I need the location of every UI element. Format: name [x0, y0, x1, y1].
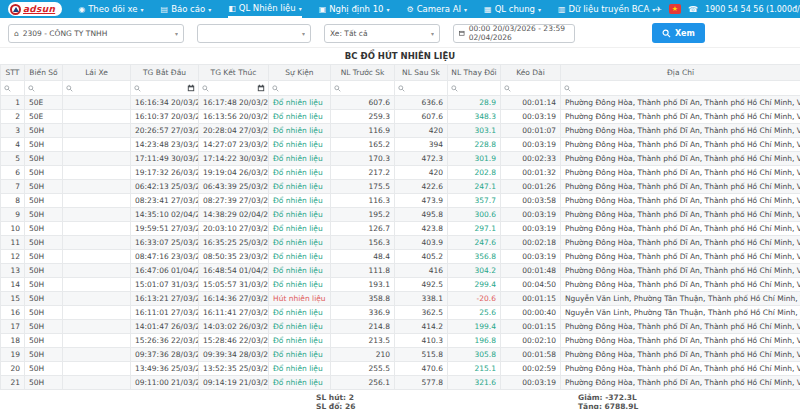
col-header-nl_thay_doi[interactable]: NL Thay Đổi: [448, 65, 501, 81]
cell-dia_chi: Phường Đông Hòa, Thành phố Dĩ An, Thành …: [561, 278, 800, 292]
cell-tg_ket_thuc: 15:28:46 22/03/2026: [199, 334, 269, 348]
cell-nl_truoc: 607.6: [331, 96, 395, 110]
column-filter-nl_thay_doi[interactable]: [448, 81, 501, 96]
cell-bien_so: 50H: [25, 362, 63, 376]
table-row[interactable]: 1150H16:33:07 25/03/202616:35:25 25/03/2…: [1, 236, 800, 250]
table-row[interactable]: 1950H09:37:36 28/03/202609:39:34 28/03/2…: [1, 348, 800, 362]
nav-item-theo-doi-xe[interactable]: ◉Theo dõi xe▾: [78, 0, 143, 18]
table-row[interactable]: 850H08:23:41 27/03/202608:27:39 27/03/20…: [1, 194, 800, 208]
cell-nl_thay_doi: 215.1: [448, 362, 501, 376]
table-row[interactable]: 350H20:26:57 27/03/202620:28:04 27/03/20…: [1, 124, 800, 138]
col-header-tg_bat_dau[interactable]: TG Bắt Đầu: [131, 65, 199, 81]
cell-tg_ket_thuc: 14:03:02 26/03/2026: [199, 320, 269, 334]
vietnam-flag-icon[interactable]: ★: [669, 4, 681, 14]
chevron-down-icon: ▾: [302, 30, 305, 37]
group-select[interactable]: ▾: [197, 24, 311, 43]
col-header-nl_sau[interactable]: NL Sau Sk: [395, 65, 448, 81]
table-row[interactable]: 1850H15:26:36 22/03/202615:28:46 22/03/2…: [1, 334, 800, 348]
column-filter-dia_chi[interactable]: [561, 81, 800, 96]
cell-su_kien: Đổ nhiên liệu: [269, 222, 331, 236]
fuel-report-table: STTBiển SốLái XeTG Bắt ĐầuTG Kết ThúcSự …: [0, 64, 800, 390]
database-icon: ▥: [558, 5, 566, 14]
cell-su_kien: Đổ nhiên liệu: [269, 250, 331, 264]
xem-button[interactable]: Xem: [652, 23, 705, 43]
cell-dia_chi: Nguyễn Văn Linh, Phường Tân Thuận, Thành…: [561, 306, 800, 320]
table-row[interactable]: 1350H16:47:06 01/04/202616:48:54 01/04/2…: [1, 264, 800, 278]
column-filter-bien_so[interactable]: [25, 81, 63, 96]
nav-item-ql-chung[interactable]: ▦QL chung▾: [484, 0, 541, 18]
table-row[interactable]: 750H06:42:13 25/03/202606:43:39 25/03/20…: [1, 180, 800, 194]
cell-nl_sau: 403.9: [395, 236, 448, 250]
cell-lai_xe: [63, 306, 131, 320]
table-row[interactable]: 450H14:23:48 23/03/202614:27:07 23/03/20…: [1, 138, 800, 152]
col-header-nl_truoc[interactable]: NL Trước Sk: [331, 65, 395, 81]
chevron-down-icon: ▾: [538, 6, 541, 13]
nav-item-bao-cao[interactable]: ▤Báo cáo▾: [161, 0, 212, 18]
col-header-lai_xe[interactable]: Lái Xe: [63, 65, 131, 81]
column-filter-su_kien[interactable]: [269, 81, 331, 96]
cell-nl_thay_doi: 304.2: [448, 264, 501, 278]
cell-nl_thay_doi: 247.6: [448, 236, 501, 250]
table-row[interactable]: 550H17:11:49 30/03/202617:14:22 30/03/20…: [1, 152, 800, 166]
col-header-bien_so[interactable]: Biển Số: [25, 65, 63, 81]
column-filter-keo_dai[interactable]: [501, 81, 561, 96]
nav-item-nghi-dinh-10[interactable]: ▣Nghị định 10▾: [319, 0, 390, 18]
cell-tg_bat_dau: 16:16:34 20/03/2026: [131, 96, 199, 110]
adsun-logo[interactable]: adsun: [8, 2, 62, 16]
table-row[interactable]: 2050H13:49:36 25/03/202613:52:35 25/03/2…: [1, 362, 800, 376]
giam-value: Giảm: -372.3L: [578, 393, 638, 402]
column-filter-tg_bat_dau[interactable]: [131, 81, 199, 96]
table-row[interactable]: 150E16:16:34 20/03/202616:17:48 20/03/20…: [1, 96, 800, 110]
company-select[interactable]: ⌂ 2309 - CÔNG TY TNHH ▾: [8, 24, 184, 43]
nav-item-label: QL chung: [495, 4, 535, 14]
table-row[interactable]: 1750H14:01:47 26/03/202614:03:02 26/03/2…: [1, 320, 800, 334]
company-select-value: 2309 - CÔNG TY TNHH: [23, 29, 108, 38]
table-row[interactable]: 1450H15:01:07 31/03/202615:05:57 31/03/2…: [1, 278, 800, 292]
cell-bien_so: 50H: [25, 320, 63, 334]
cell-lai_xe: [63, 334, 131, 348]
nav-item-ql-nhien-lieu[interactable]: ◧QL Nhiên liệu▾: [228, 0, 301, 18]
column-filter-tg_ket_thuc[interactable]: [199, 81, 269, 96]
cell-lai_xe: [63, 180, 131, 194]
cell-nl_truoc: 165.2: [331, 138, 395, 152]
table-row[interactable]: 1050H19:59:51 27/03/202620:03:10 27/03/2…: [1, 222, 800, 236]
search-icon: [202, 85, 209, 92]
chevron-down-icon: ▾: [464, 6, 467, 13]
cell-bien_so: 50H: [25, 166, 63, 180]
table-row[interactable]: 650H19:17:32 26/03/202619:19:04 26/03/20…: [1, 166, 800, 180]
cell-keo_dai: 00:03:19: [501, 138, 561, 152]
sl-hut-value: SL hút: 2: [316, 393, 355, 402]
cell-nl_sau: 472.3: [395, 152, 448, 166]
search-icon: [398, 85, 405, 92]
col-header-stt[interactable]: STT: [1, 65, 25, 81]
table-row[interactable]: 1250H08:47:16 23/03/202608:50:35 23/03/2…: [1, 250, 800, 264]
col-header-tg_ket_thuc[interactable]: TG Kết Thúc: [199, 65, 269, 81]
cell-stt: 8: [1, 194, 25, 208]
column-filter-stt[interactable]: [1, 81, 25, 96]
table-row[interactable]: 1650H16:11:01 27/03/202616:11:41 27/03/2…: [1, 306, 800, 320]
nav-item-camera-ai[interactable]: ⚙Camera AI▾: [407, 0, 468, 18]
table-row[interactable]: 1550H16:13:21 27/03/202616:14:36 27/03/2…: [1, 292, 800, 306]
cell-stt: 5: [1, 152, 25, 166]
table-row[interactable]: 950H14:35:10 02/04/202614:38:29 02/04/20…: [1, 208, 800, 222]
send-icon[interactable]: ✈: [655, 5, 662, 14]
column-filter-lai_xe[interactable]: [63, 81, 131, 96]
vehicle-select[interactable]: Xe: Tất cả ▾: [324, 24, 440, 43]
cell-nl_sau: 495.8: [395, 208, 448, 222]
date-range-input[interactable]: 00:00 20/03/2026 - 23:59 02/04/2026: [453, 24, 575, 43]
cell-bien_so: 50H: [25, 194, 63, 208]
col-header-su_kien[interactable]: Sự Kiện: [269, 65, 331, 81]
cell-nl_sau: 636.6: [395, 96, 448, 110]
col-header-keo_dai[interactable]: Kéo Dài: [501, 65, 561, 81]
col-header-dia_chi[interactable]: Địa Chỉ: [561, 65, 800, 81]
column-filter-nl_sau[interactable]: [395, 81, 448, 96]
nav-item-du-lieu-truyen-bca[interactable]: ▥Dữ liệu truyền BCA▾: [558, 0, 655, 18]
table-row[interactable]: 250E16:10:37 20/03/202616:13:56 20/03/20…: [1, 110, 800, 124]
cell-nl_sau: 416: [395, 264, 448, 278]
cell-dia_chi: Phường Đông Hòa, Thành phố Dĩ An, Thành …: [561, 236, 800, 250]
cell-su_kien: Đổ nhiên liệu: [269, 320, 331, 334]
cell-nl_sau: 607.6: [395, 110, 448, 124]
table-row[interactable]: 2150H09:11:00 21/03/202609:14:19 21/03/2…: [1, 376, 800, 390]
cell-keo_dai: 00:02:18: [501, 236, 561, 250]
column-filter-nl_truoc[interactable]: [331, 81, 395, 96]
